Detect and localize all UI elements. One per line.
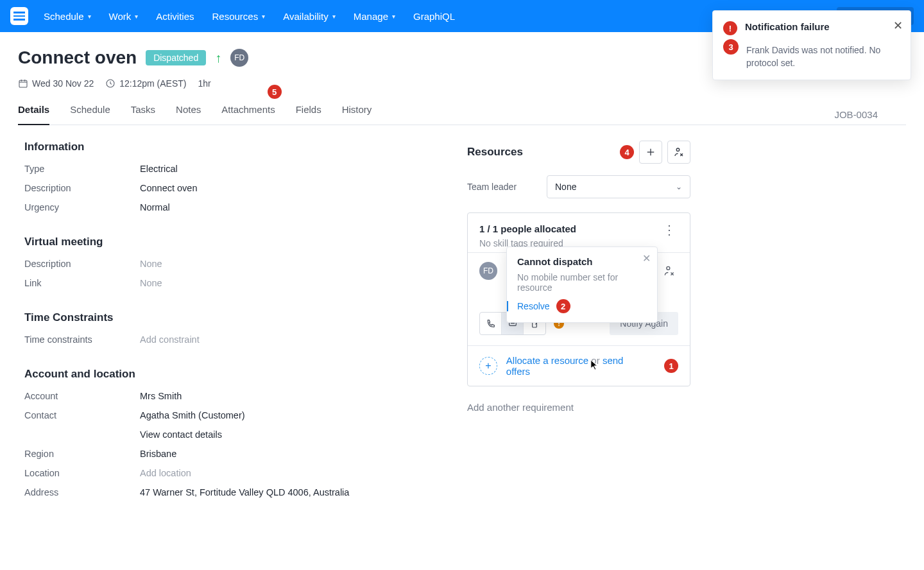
clock-icon <box>105 78 116 89</box>
nav-graphiql[interactable]: GraphiQL <box>413 11 455 22</box>
tab-attachments[interactable]: Attachments 5 <box>221 104 275 125</box>
nav-work[interactable]: Work▾ <box>109 11 139 22</box>
chevron-down-icon: ▾ <box>262 13 265 20</box>
more-menu-icon[interactable]: ⋮ <box>660 223 678 236</box>
user-x-icon[interactable] <box>660 262 678 280</box>
chevron-down-icon: ▾ <box>332 13 336 20</box>
chevron-down-icon: ▾ <box>392 13 395 20</box>
marker-4: 4 <box>620 145 634 159</box>
add-constraint-link[interactable]: Add constraint <box>140 334 200 345</box>
resources-title: Resources <box>467 146 523 159</box>
job-duration: 1hr <box>198 78 211 89</box>
job-time: 12:12pm (AEST) <box>105 78 186 89</box>
chevron-down-icon: ▾ <box>88 13 91 20</box>
nav-resources[interactable]: Resources▾ <box>212 11 265 22</box>
remove-resource-button[interactable] <box>667 141 690 164</box>
resolve-link[interactable]: Resolve <box>507 301 550 311</box>
resource-avatar[interactable]: FD <box>479 262 497 280</box>
chevron-down-icon: ⌄ <box>676 182 682 191</box>
add-requirement-link[interactable]: Add another requirement <box>467 402 690 413</box>
tab-tasks[interactable]: Tasks <box>131 104 155 125</box>
user-x-icon <box>673 146 685 158</box>
tabs: Details Schedule Tasks Notes Attachments… <box>18 104 834 125</box>
popup-body: No mobile number set for resource <box>517 272 647 293</box>
allocation-card: 1 / 1 people allocated No skill tags req… <box>467 212 690 386</box>
cursor-icon <box>590 359 599 373</box>
plus-icon <box>645 146 656 158</box>
add-allocation-button[interactable]: + <box>479 357 497 375</box>
marker-1: 1 <box>664 359 678 373</box>
section-information: Information <box>24 141 441 153</box>
tab-fields[interactable]: Fields <box>296 104 321 125</box>
section-account-location: Account and location <box>24 368 441 381</box>
resources-column: Resources 4 Team leader None ⌄ <box>467 141 724 521</box>
marker-3: 3 <box>723 39 739 55</box>
svg-rect-2 <box>19 80 27 87</box>
toast-body: Frank Davids was not notified. No protoc… <box>746 44 900 69</box>
add-resource-button[interactable] <box>639 141 662 164</box>
avatar[interactable]: FD <box>230 49 248 67</box>
notification-toast: ✕ ! Notification failure 3 Frank Davids … <box>712 10 911 80</box>
close-icon[interactable]: ✕ <box>642 252 651 264</box>
status-badge: Dispatched <box>146 50 206 65</box>
allocate-resource-link[interactable]: Allocate a resource <box>506 355 588 366</box>
view-contact-details-link[interactable]: View contact details <box>140 429 222 440</box>
team-leader-select[interactable]: None ⌄ <box>547 175 690 198</box>
toast-title: Notification failure <box>745 21 830 32</box>
close-icon[interactable]: ✕ <box>893 19 903 33</box>
job-date: Wed 30 Nov 22 <box>18 78 94 89</box>
dispatch-popup: ✕ Cannot dispatch No mobile number set f… <box>506 246 658 323</box>
allocate-row: + Allocate a resource or send offers 1 <box>468 345 690 386</box>
nav-schedule[interactable]: Schedule▾ <box>44 11 91 22</box>
team-leader-label: Team leader <box>467 182 547 192</box>
brand-logo[interactable] <box>10 7 28 25</box>
popup-title: Cannot dispatch <box>517 256 647 267</box>
tab-schedule[interactable]: Schedule <box>70 104 110 125</box>
nav-manage[interactable]: Manage▾ <box>354 11 395 22</box>
svg-point-12 <box>667 266 670 270</box>
add-location-link[interactable]: Add location <box>140 468 191 478</box>
allocation-count: 1 / 1 people allocated <box>479 223 576 234</box>
tab-history[interactable]: History <box>342 104 372 125</box>
nav-activities[interactable]: Activities <box>156 11 194 22</box>
chevron-down-icon: ▾ <box>135 13 138 20</box>
section-virtual-meeting: Virtual meeting <box>24 236 441 248</box>
marker-2: 2 <box>556 299 570 313</box>
alert-icon: ! <box>723 21 737 35</box>
tab-details[interactable]: Details <box>18 104 49 125</box>
nav-availability[interactable]: Availability▾ <box>283 11 336 22</box>
section-time-constraints: Time Constraints <box>24 311 441 324</box>
calendar-icon <box>18 78 28 89</box>
details-column: Information TypeElectrical DescriptionCo… <box>18 141 441 521</box>
page-title: Connect oven <box>18 48 137 68</box>
tabs-row: Details Schedule Tasks Notes Attachments… <box>18 104 906 125</box>
job-id: JOB-0034 <box>834 109 906 120</box>
tab-notes[interactable]: Notes <box>176 104 201 125</box>
phone-icon[interactable] <box>480 313 502 334</box>
arrow-up-icon: ↑ <box>215 51 221 65</box>
marker-5: 5 <box>268 85 282 99</box>
svg-point-9 <box>676 148 680 151</box>
